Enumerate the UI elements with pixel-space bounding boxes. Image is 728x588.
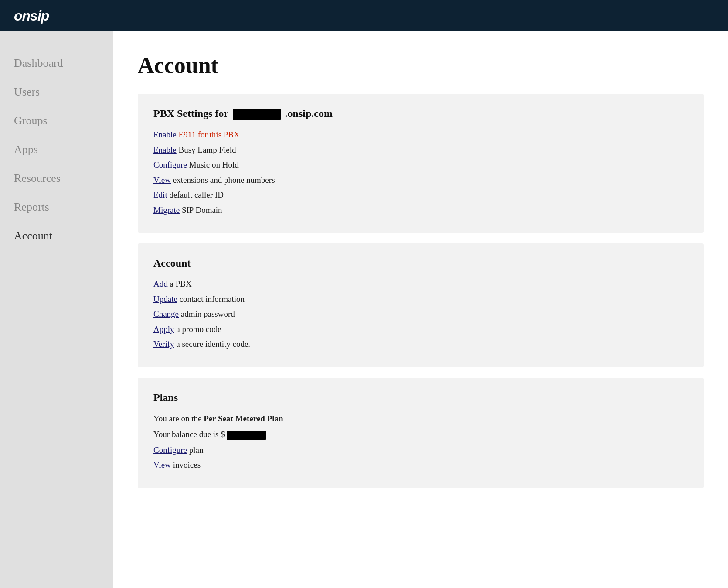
pbx-title-prefix: PBX Settings for bbox=[153, 108, 228, 119]
pbx-link-configure-moh: Configure Music on Hold bbox=[153, 159, 688, 171]
plans-view-invoices-link[interactable]: View bbox=[153, 460, 171, 469]
plans-card: Plans You are on the Per Seat Metered Pl… bbox=[138, 378, 704, 488]
pbx-extensions-rest-text: extensions and phone numbers bbox=[173, 175, 275, 185]
plans-configure-rest: plan bbox=[189, 445, 204, 455]
page-title: Account bbox=[138, 52, 704, 78]
main-content: Account PBX Settings for .onsip.com Enab… bbox=[113, 31, 728, 588]
account-add-pbx-rest: a PBX bbox=[170, 279, 191, 288]
plans-view-invoices-rest: invoices bbox=[173, 460, 201, 469]
pbx-settings-card: PBX Settings for .onsip.com Enable E911 … bbox=[138, 94, 704, 233]
account-link-apply-promo: Apply a promo code bbox=[153, 323, 688, 336]
layout: Dashboard Users Groups Apps Resources Re… bbox=[0, 31, 728, 588]
sidebar: Dashboard Users Groups Apps Resources Re… bbox=[0, 31, 113, 588]
pbx-enable-blf-link[interactable]: Enable bbox=[153, 145, 177, 154]
pbx-migrate-sip-link[interactable]: Migrate bbox=[153, 205, 180, 215]
plans-card-title: Plans bbox=[153, 392, 688, 403]
pbx-callerid-rest-text: default caller ID bbox=[169, 190, 223, 199]
account-verify-identity-rest: a secure identity code. bbox=[176, 339, 250, 349]
plans-current-plan: You are on the Per Seat Metered Plan bbox=[153, 412, 688, 425]
account-apply-promo-link[interactable]: Apply bbox=[153, 325, 174, 334]
plans-balance-prefix: Your balance due is $ bbox=[153, 430, 225, 439]
pbx-settings-title: PBX Settings for .onsip.com bbox=[153, 108, 688, 120]
pbx-configure-moh-link[interactable]: Configure bbox=[153, 160, 187, 169]
pbx-moh-rest-text: Music on Hold bbox=[189, 160, 239, 169]
topbar: onsip bbox=[0, 0, 728, 31]
account-link-verify-identity: Verify a secure identity code. bbox=[153, 338, 688, 351]
pbx-e911-rest-text: E911 for this PBX bbox=[179, 130, 240, 139]
account-change-password-rest: admin password bbox=[181, 309, 235, 318]
pbx-sip-rest-text: SIP Domain bbox=[182, 205, 222, 215]
pbx-enable-e911-link[interactable]: Enable bbox=[153, 130, 177, 139]
account-change-password-link[interactable]: Change bbox=[153, 309, 179, 318]
plans-link-view-invoices: View invoices bbox=[153, 459, 688, 472]
pbx-edit-callerid-link[interactable]: Edit bbox=[153, 190, 167, 199]
pbx-link-enable-blf: Enable Busy Lamp Field bbox=[153, 144, 688, 157]
sidebar-item-account[interactable]: Account bbox=[0, 222, 113, 250]
pbx-link-enable-e911: Enable E911 for this PBX bbox=[153, 129, 688, 141]
pbx-view-extensions-link[interactable]: View bbox=[153, 175, 171, 185]
plans-balance: Your balance due is $ bbox=[153, 428, 688, 441]
sidebar-item-apps[interactable]: Apps bbox=[0, 135, 113, 164]
pbx-blf-rest-text: Busy Lamp Field bbox=[179, 145, 236, 154]
logo: onsip bbox=[14, 8, 49, 24]
account-verify-identity-link[interactable]: Verify bbox=[153, 339, 174, 349]
plans-balance-redacted bbox=[227, 431, 266, 440]
sidebar-item-dashboard[interactable]: Dashboard bbox=[0, 49, 113, 78]
account-link-change-password: Change admin password bbox=[153, 308, 688, 321]
pbx-link-view-extensions: View extensions and phone numbers bbox=[153, 174, 688, 187]
account-card: Account Add a PBX Update contact informa… bbox=[138, 243, 704, 367]
account-link-add-pbx: Add a PBX bbox=[153, 278, 688, 291]
account-update-contact-rest: contact information bbox=[180, 294, 245, 304]
account-update-contact-link[interactable]: Update bbox=[153, 294, 177, 304]
sidebar-item-reports[interactable]: Reports bbox=[0, 193, 113, 222]
plans-configure-link[interactable]: Configure bbox=[153, 445, 187, 455]
account-card-title: Account bbox=[153, 257, 688, 269]
sidebar-item-users[interactable]: Users bbox=[0, 78, 113, 106]
account-link-update-contact: Update contact information bbox=[153, 293, 688, 306]
account-apply-promo-rest: a promo code bbox=[176, 325, 221, 334]
pbx-domain-redacted bbox=[233, 109, 281, 120]
account-add-pbx-link[interactable]: Add bbox=[153, 279, 168, 288]
pbx-link-migrate-sip: Migrate SIP Domain bbox=[153, 204, 688, 217]
pbx-link-edit-callerid: Edit default caller ID bbox=[153, 189, 688, 202]
plans-plan-name: Per Seat Metered Plan bbox=[204, 414, 283, 423]
plans-link-configure: Configure plan bbox=[153, 444, 688, 457]
sidebar-item-resources[interactable]: Resources bbox=[0, 164, 113, 193]
sidebar-item-groups[interactable]: Groups bbox=[0, 106, 113, 135]
pbx-title-suffix: .onsip.com bbox=[285, 108, 333, 119]
plans-text-prefix: You are on the bbox=[153, 414, 204, 423]
